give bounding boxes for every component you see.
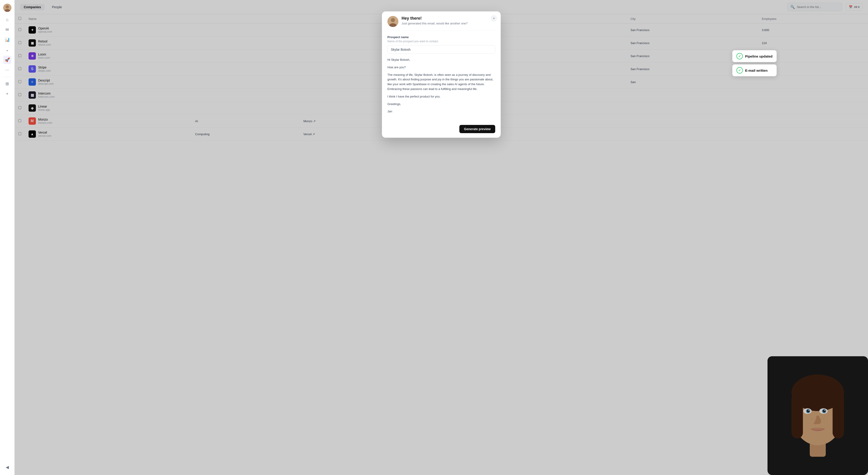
sidebar: ⌂ ✉ 📊 ⌄ 🚀 ··· ⊞ + ◀ [0,0,14,475]
modal-header-text: Hey there! Just generated this email, wo… [402,16,468,25]
notification-pipeline: ✓ Pipeline updated [732,50,777,62]
pipeline-check-icon: ✓ [737,53,743,59]
email-sign: Greetings, [388,102,495,107]
chevron-icon[interactable]: ⌄ [3,46,11,54]
modal-title: Hey there! [402,16,468,21]
svg-point-4 [391,18,395,22]
add-icon[interactable]: + [3,90,11,98]
notifications-container: ✓ Pipeline updated ✓ E-mail written [732,50,777,76]
rocket-icon[interactable]: 🚀 [3,56,11,64]
generate-preview-button[interactable]: Generate preview [459,125,495,133]
pipeline-notification-text: Pipeline updated [745,54,773,58]
dots-icon[interactable]: ··· [3,66,11,74]
notification-email: ✓ E-mail written [732,64,777,76]
modal-body: Prospect name Name of the prospect you w… [382,31,501,121]
chart-icon[interactable]: 📊 [3,36,11,44]
collapse-icon[interactable]: ◀ [3,463,11,471]
modal-close-button[interactable]: × [491,15,497,22]
user-avatar[interactable] [3,4,11,12]
inbox-icon[interactable]: ✉ [3,26,11,34]
modal-footer: Generate preview [382,121,501,138]
email-line3: I think I have the perfect product for y… [388,94,495,99]
email-notification-text: E-mail written [745,68,768,72]
email-greeting: Hi Skylar Botosh, [388,58,495,62]
svg-point-1 [6,5,9,8]
home-icon[interactable]: ⌂ [3,15,11,24]
email-signoff: Jan [388,109,495,114]
email-modal: Hey there! Just generated this email, wo… [382,11,501,138]
prospect-field-hint: Name of the prospect you want to contact… [388,40,495,43]
prospect-name-input[interactable] [388,45,495,54]
email-body-text: The meaning of life, Skylar Botosh, is o… [388,73,495,92]
modal-avatar [388,16,398,27]
main-content: Companies People 🔍 📅 All ti Name [14,0,868,475]
email-preview: Hi Skylar Botosh, How are you? The meani… [388,58,495,114]
email-line1: How are you? [388,65,495,70]
modal-subtitle: Just generated this email, would like an… [402,22,468,25]
prospect-field-label: Prospect name [388,35,495,39]
email-check-icon: ✓ [737,67,743,73]
grid-icon[interactable]: ⊞ [3,80,11,88]
modal-header: Hey there! Just generated this email, wo… [382,11,501,31]
